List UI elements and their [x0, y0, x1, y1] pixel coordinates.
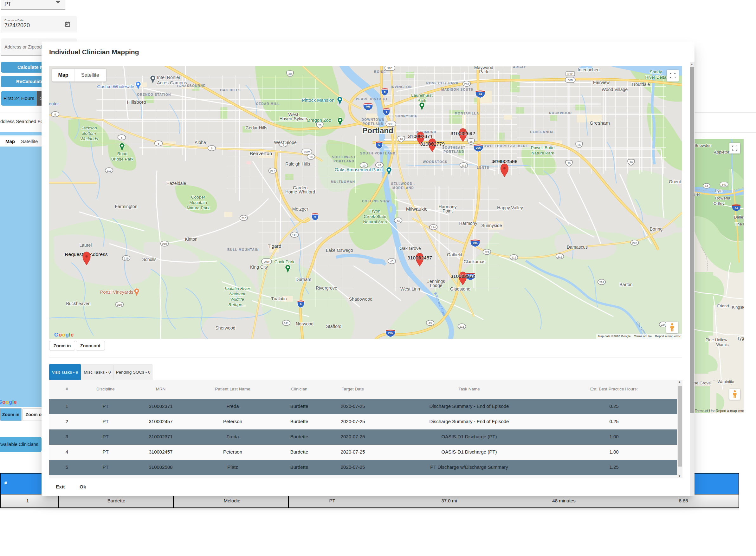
svg-text:310002779: 310002779: [420, 141, 445, 146]
svg-text:MONTAVILLA: MONTAVILLA: [455, 112, 479, 115]
svg-text:Home-Whitford: Home-Whitford: [285, 189, 315, 195]
svg-text:PEARL DISTRICT: PEARL DISTRICT: [356, 97, 388, 101]
svg-text:Point: Point: [443, 208, 453, 213]
svg-text:10: 10: [362, 164, 366, 167]
svg-text:Friend: Friend: [717, 304, 729, 308]
svg-text:Rowena: Rowena: [715, 196, 730, 201]
svg-text:Laurelhurst: Laurelhurst: [411, 93, 433, 98]
svg-text:ine Grove: ine Grove: [694, 381, 711, 385]
svg-text:26: 26: [577, 143, 581, 146]
svg-text:Metzger: Metzger: [292, 206, 308, 212]
svg-text:Fairview: Fairview: [593, 80, 610, 85]
svg-text:205: 205: [473, 241, 477, 245]
svg-text:Cedar Hills: Cedar Hills: [245, 125, 267, 130]
svg-text:Beaverton: Beaverton: [250, 151, 272, 156]
svg-text:Barton: Barton: [619, 282, 632, 287]
svg-text:MULTNOMAH: MULTNOMAH: [331, 180, 355, 184]
svg-text:ARGAY: ARGAY: [513, 66, 526, 69]
svg-text:Hillsboro: Hillsboro: [127, 99, 146, 105]
svg-text:SOUTHEAST: SOUTHEAST: [442, 146, 465, 149]
svg-text:Boring: Boring: [650, 227, 663, 232]
svg-text:Mountain: Mountain: [189, 200, 207, 205]
svg-text:CEDAR MILL: CEDAR MILL: [256, 102, 280, 106]
svg-text:PORTLAND: PORTLAND: [334, 160, 354, 163]
svg-text:Kingsle: Kingsle: [732, 305, 744, 310]
svg-text:Pine Hollow: Pine Hollow: [706, 338, 727, 342]
svg-text:99E: 99E: [388, 123, 393, 126]
svg-text:enter: enter: [49, 101, 59, 106]
svg-text:5: 5: [385, 110, 387, 113]
svg-text:COLLINS VIEW: COLLINS VIEW: [362, 200, 390, 203]
svg-text:Nature Park: Nature Park: [531, 151, 554, 155]
svg-text:Pittock Mansion: Pittock Mansion: [302, 98, 334, 103]
svg-text:Orient: Orient: [669, 179, 681, 184]
svg-text:8: 8: [211, 147, 213, 150]
svg-text:LENTS: LENTS: [477, 166, 489, 169]
svg-text:Lodge: Lodge: [430, 283, 443, 288]
svg-text:8: 8: [157, 142, 159, 145]
svg-text:224: 224: [599, 281, 604, 284]
svg-text:BULL MOUNTAIN: BULL MOUNTAIN: [227, 248, 259, 251]
svg-text:205: 205: [476, 146, 481, 149]
svg-text:Stafford: Stafford: [326, 324, 342, 329]
svg-text:Snowden: Snowden: [694, 143, 712, 148]
svg-text:sier: sier: [694, 192, 700, 197]
svg-text:30: 30: [289, 72, 292, 75]
svg-text:Troutdale: Troutdale: [632, 82, 650, 87]
svg-text:205: 205: [388, 332, 393, 335]
svg-text:SOUTH PORTLAND: SOUTH PORTLAND: [360, 151, 395, 155]
svg-text:Natural Area: Natural Area: [363, 219, 387, 224]
svg-text:Nature Park: Nature Park: [187, 206, 210, 210]
svg-text:Oregon Zoo: Oregon Zoo: [307, 118, 331, 123]
svg-text:8: 8: [121, 136, 122, 139]
svg-text:Rivergrove: Rivergrove: [316, 285, 337, 290]
svg-text:Terms of Use: Terms of Use: [695, 409, 715, 413]
svg-text:43: 43: [428, 322, 432, 325]
svg-text:SOUTHWEST: SOUTHWEST: [332, 155, 356, 159]
svg-text:Refuge...: Refuge...: [229, 302, 246, 307]
svg-text:Dalles: Dalles: [734, 215, 744, 219]
svg-text:Park: Park: [417, 98, 426, 103]
svg-text:Intel Ronler: Intel Ronler: [157, 75, 180, 80]
svg-text:BYP: BYP: [567, 72, 573, 75]
svg-text:Gladstone: Gladstone: [450, 286, 470, 291]
svg-text:Tualatin: Tualatin: [271, 296, 287, 301]
svg-text:Oaks Amusement Park: Oaks Amusement Park: [335, 167, 382, 172]
svg-text:Milwaukie: Milwaukie: [406, 206, 428, 212]
svg-text:Oak Grove: Oak Grove: [400, 246, 421, 251]
svg-text:ROSE CITY PARK: ROSE CITY PARK: [426, 81, 459, 85]
svg-text:84: 84: [735, 207, 738, 210]
svg-text:30B: 30B: [568, 79, 573, 82]
svg-text:Park: Park: [479, 69, 489, 74]
svg-text:26: 26: [469, 140, 473, 143]
svg-text:212: 212: [511, 256, 516, 259]
svg-text:26: 26: [318, 124, 322, 127]
svg-text:Tualatin River: Tualatin River: [224, 286, 251, 291]
svg-text:310002692: 310002692: [450, 131, 475, 136]
svg-text:5: 5: [300, 302, 301, 306]
svg-text:MORELAND: MORELAND: [392, 186, 414, 190]
svg-text:National: National: [229, 291, 245, 296]
svg-text:Portland: Portland: [362, 126, 393, 135]
svg-text:Clackamas: Clackamas: [463, 259, 485, 264]
svg-text:Happy Valley: Happy Valley: [497, 205, 523, 210]
svg-text:310002371: 310002371: [408, 134, 433, 139]
svg-text:219: 219: [124, 257, 128, 260]
svg-text:Laurel: Laurel: [80, 243, 92, 248]
svg-text:MADISON SOUTH: MADISON SOUTH: [441, 88, 474, 91]
svg-text:8: 8: [54, 113, 56, 116]
svg-text:West Slope: West Slope: [274, 140, 297, 145]
svg-text:Ponzi Vineyards: Ponzi Vineyards: [100, 289, 134, 294]
svg-text:Powell Butte: Powell Butte: [531, 145, 555, 150]
svg-text:Lyle: Lyle: [715, 188, 722, 193]
svg-text:Cooper: Cooper: [191, 195, 205, 200]
svg-text:River Delta: River Delta: [645, 75, 667, 80]
svg-text:CENTENNIAL: CENTENNIAL: [530, 130, 555, 134]
svg-text:99E: 99E: [387, 67, 392, 70]
svg-text:Hazeldale: Hazeldale: [166, 181, 186, 186]
svg-text:219: 219: [117, 303, 122, 306]
svg-text:Scholls: Scholls: [142, 257, 156, 262]
svg-text:217: 217: [270, 169, 275, 173]
svg-text:224: 224: [484, 250, 489, 254]
svg-text:Damascus: Damascus: [567, 245, 588, 250]
